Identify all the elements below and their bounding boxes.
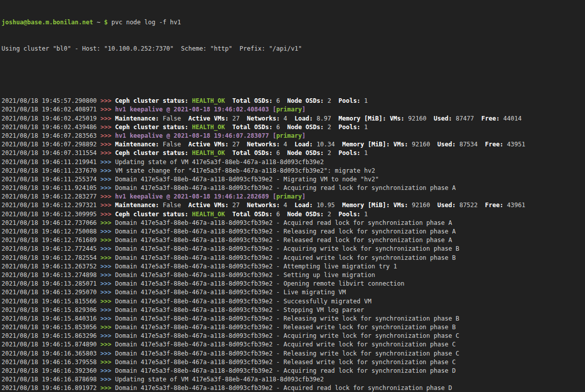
log-segment: Total OSDs: (232, 97, 272, 104)
log-level-arrow: >>> (100, 193, 115, 200)
log-segment: Ceph cluster status: (115, 124, 189, 131)
log-segment: HEALTH_OK (192, 97, 225, 104)
log-line: 2021/08/18 19:46:02.408971 >>> hv1 keepa… (2, 105, 585, 114)
log-segment: primary (276, 106, 302, 113)
log-timestamp: 2021/08/18 19:46:07.283563 (2, 132, 100, 139)
log-line: 2021/08/18 19:46:15.815566 >>> Domain 41… (2, 297, 585, 306)
log-segment: VMs: (390, 115, 405, 122)
log-line: 2021/08/18 19:46:12.309995 >>> Ceph clus… (2, 210, 585, 219)
log-level-arrow: >>> (100, 359, 115, 366)
log-segment: 43961 (503, 202, 525, 209)
log-line: 2021/08/18 19:46:15.853056 >>> Domain 41… (2, 323, 585, 332)
log-line: 2021/08/18 19:46:02.425019 >>> Maintenan… (2, 114, 585, 123)
log-timestamp: 2021/08/18 19:46:16.379558 (2, 359, 100, 366)
log-level-arrow: >>> (100, 228, 115, 235)
log-segment: ] (302, 132, 305, 139)
log-segment: 2 (324, 97, 339, 104)
log-timestamp: 2021/08/18 19:46:12.309995 (2, 211, 100, 218)
log-segment: hv1 keepalive @ 2021-08-18 19:46:02.4084… (115, 106, 276, 113)
log-line: 2021/08/18 19:46:13.274898 >>> Domain 41… (2, 271, 585, 280)
log-segment: hv1 keepalive @ 2021-08-18 19:46:07.2830… (115, 132, 276, 139)
log-level-arrow: >>> (100, 184, 115, 191)
log-level-arrow: >>> (100, 367, 115, 374)
log-segment: 92160 (405, 115, 434, 122)
log-segment (386, 115, 390, 122)
log-segment: Memory [MiB]: (342, 141, 390, 148)
prompt-cwd: ~ (93, 19, 104, 26)
log-segment: Maintenance: (115, 202, 159, 209)
log-segment: Node OSDs: (287, 97, 324, 104)
log-segment: 27 (229, 141, 247, 148)
log-segment (225, 149, 232, 156)
log-level-arrow: >>> (100, 332, 115, 339)
blank-line (2, 71, 585, 80)
log-segment (188, 124, 192, 131)
log-segment (188, 211, 192, 218)
log-level-arrow: >>> (100, 384, 115, 391)
log-segment: Active VMs: (188, 202, 228, 209)
log-segment: VMs: (393, 141, 408, 148)
log-segment (188, 97, 192, 104)
log-segment: Domain 417e5a3f-88eb-467a-a118-8d093cfb3… (115, 350, 459, 357)
log-line: 2021/08/18 19:45:57.290800 >>> Ceph clus… (2, 97, 585, 105)
log-segment: Domain 417e5a3f-88eb-467a-a118-8d093cfb3… (115, 271, 375, 279)
log-line: 2021/08/18 19:46:11.924105 >>> Domain 41… (2, 184, 585, 192)
log-timestamp: 2021/08/18 19:45:57.290800 (2, 97, 100, 104)
log-segment: 44014 (500, 115, 522, 122)
log-segment: Domain 417e5a3f-88eb-467a-a118-8d093cfb3… (115, 263, 397, 270)
log-segment: 4 (280, 202, 295, 209)
log-segment: Domain 417e5a3f-88eb-467a-a118-8d093cfb3… (115, 315, 459, 322)
log-segment: 27 (229, 202, 247, 209)
log-segment: Domain 417e5a3f-88eb-467a-a118-8d093cfb3… (115, 384, 452, 391)
log-timestamp: 2021/08/18 19:46:12.750088 (2, 228, 100, 235)
log-timestamp: 2021/08/18 19:46:13.295070 (2, 289, 100, 296)
command-text: pvc node log -f hv1 (112, 19, 181, 26)
log-line: 2021/08/18 19:46:13.285071 >>> Domain 41… (2, 280, 585, 288)
log-segment: Domain 417e5a3f-88eb-467a-a118-8d093cfb3… (115, 254, 456, 261)
log-segment: 2 (324, 149, 339, 156)
log-line: 2021/08/18 19:46:15.874890 >>> Domain 41… (2, 340, 585, 349)
log-line: 2021/08/18 19:46:07.298892 >>> Maintenan… (2, 140, 585, 149)
cluster-info-line: Using cluster "bl0" - Host: "10.100.0.25… (2, 45, 585, 53)
log-segment: Load: (295, 202, 313, 209)
log-segment: Pools: (339, 124, 360, 131)
log-timestamp: 2021/08/18 19:46:12.297321 (2, 202, 100, 209)
log-segment: 1 (360, 97, 368, 104)
log-timestamp: 2021/08/18 19:46:07.298892 (2, 141, 100, 148)
log-level-arrow: >>> (100, 106, 115, 113)
log-level-arrow: >>> (100, 324, 115, 331)
log-line: 2021/08/18 19:46:16.392360 >>> Domain 41… (2, 367, 585, 375)
log-segment: VM state change for "417e5a3f-88eb-467a-… (115, 167, 375, 174)
terminal-screen[interactable]: joshua@base.m.bonilan.net ~ $ pvc node l… (0, 0, 585, 392)
log-level-arrow: >>> (100, 376, 115, 383)
log-segment: Domain 417e5a3f-88eb-467a-a118-8d093cfb3… (115, 245, 459, 252)
log-line: 2021/08/18 19:46:02.439486 >>> Ceph clus… (2, 123, 585, 132)
log-segment: HEALTH_OK (192, 149, 225, 156)
log-timestamp: 2021/08/18 19:46:11.924105 (2, 184, 100, 191)
log-segment: Domain 417e5a3f-88eb-467a-a118-8d093cfb3… (115, 219, 452, 226)
log-line: 2021/08/18 19:46:07.311554 >>> Ceph clus… (2, 149, 585, 158)
log-segment: Free: (485, 202, 503, 209)
log-level-arrow: >>> (100, 298, 115, 305)
log-line: 2021/08/18 19:46:15.863296 >>> Domain 41… (2, 332, 585, 340)
log-timestamp: 2021/08/18 19:46:12.737066 (2, 219, 100, 226)
log-level-arrow: >>> (100, 219, 115, 226)
log-level-arrow: >>> (100, 280, 115, 287)
prompt-symbol: $ (104, 19, 111, 26)
log-line: 2021/08/18 19:46:11.237670 >>> VM state … (2, 167, 585, 175)
log-line: 2021/08/18 19:46:12.297321 >>> Maintenan… (2, 201, 585, 210)
log-segment: Domain 417e5a3f-88eb-467a-a118-8d093cfb3… (115, 341, 456, 348)
log-timestamp: 2021/08/18 19:46:02.425019 (2, 115, 100, 122)
log-segment: Domain 417e5a3f-88eb-467a-a118-8d093cfb3… (115, 324, 456, 331)
log-line: 2021/08/18 19:46:16.379558 >>> Domain 41… (2, 358, 585, 367)
log-segment: Memory [MiB]: (339, 115, 386, 122)
log-timestamp: 2021/08/18 19:46:11.255374 (2, 176, 100, 183)
log-timestamp: 2021/08/18 19:46:15.853056 (2, 324, 100, 331)
log-timestamp: 2021/08/18 19:46:12.782554 (2, 254, 100, 261)
log-segment: Updating state of VM 417e5a3f-88eb-467a-… (115, 376, 324, 383)
log-level-arrow: >>> (100, 149, 115, 156)
log-segment: HEALTH_OK (192, 124, 225, 131)
log-segment: 10.34 (313, 141, 342, 148)
log-segment: Used: (437, 202, 456, 209)
log-timestamp: 2021/08/18 19:46:13.263752 (2, 263, 100, 270)
